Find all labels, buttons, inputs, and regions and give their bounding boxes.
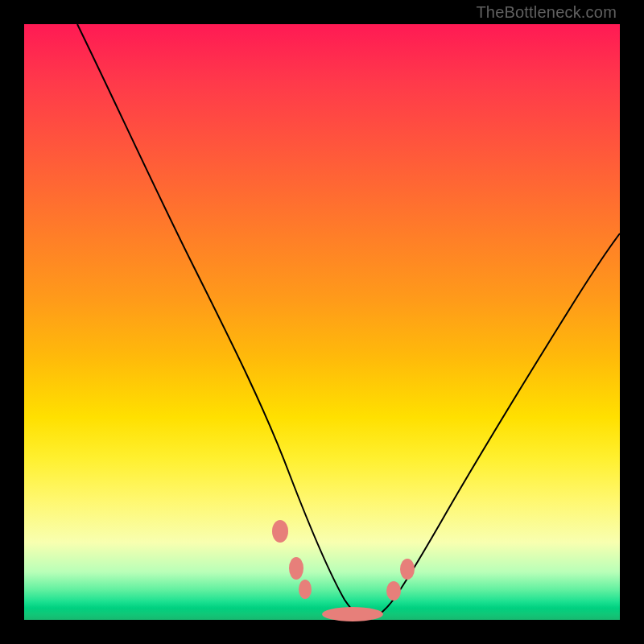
svg-point-3 <box>322 607 383 621</box>
svg-point-2 <box>299 580 312 599</box>
svg-point-1 <box>289 557 303 580</box>
svg-point-0 <box>272 520 288 543</box>
chart-frame: TheBottleneck.com <box>0 0 644 644</box>
chart-curves-layer <box>24 24 620 620</box>
flat-markers <box>272 520 415 621</box>
left-curve <box>77 24 366 620</box>
svg-point-4 <box>386 581 401 601</box>
svg-point-5 <box>400 559 415 580</box>
watermark-text: TheBottleneck.com <box>476 3 617 22</box>
